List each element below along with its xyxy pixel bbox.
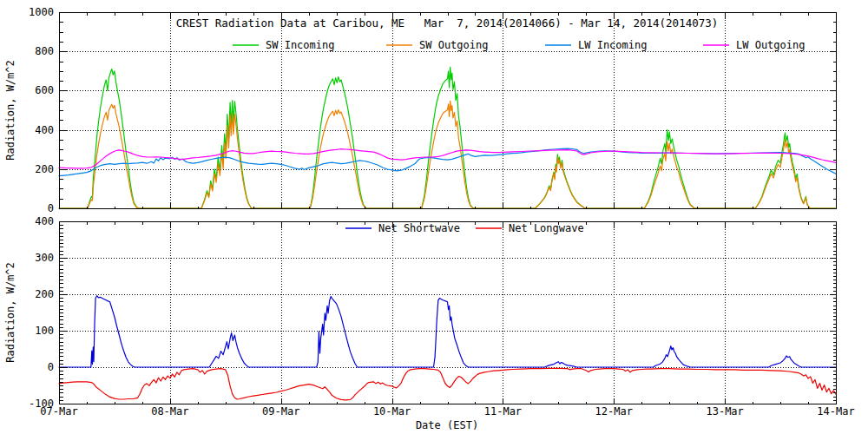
legend-top: SW Incoming SW Outgoing LW Incoming LW O…: [233, 39, 805, 51]
legend-label-net-longwave: Net Longwave: [509, 222, 584, 234]
x-tick-label: 10-Mar: [373, 405, 411, 418]
legend-bottom: Net Shortwave Net Longwave: [345, 222, 584, 234]
series-lw-outgoing: [59, 149, 836, 168]
legend-label-lw-outgoing: LW Outgoing: [736, 39, 805, 51]
chart-title: CREST Radiation Data at Caribou, ME Mar …: [176, 16, 719, 30]
x-axis-label: Date (EST): [416, 419, 478, 431]
y-tick-label: 800: [35, 45, 54, 57]
x-tick-label: 07-Mar: [40, 405, 77, 418]
legend-label-lw-incoming: LW Incoming: [578, 39, 647, 51]
series-sw-incoming: [59, 67, 836, 208]
y-tick-label: 100: [35, 325, 54, 337]
top-panel: 02004006008001000: [29, 6, 836, 214]
y-tick-labels: -1000100200300400: [29, 215, 54, 410]
legend-label-sw-outgoing: SW Outgoing: [419, 39, 488, 51]
x-tick-label: 09-Mar: [262, 405, 299, 418]
x-tick-label: 08-Mar: [151, 405, 188, 418]
y-tick-label: 200: [35, 163, 54, 175]
y-tick-label: 300: [35, 252, 54, 264]
bottom-y-axis-label: Radiation, W/m^2: [4, 262, 16, 363]
series-sw-outgoing: [59, 101, 836, 208]
y-tick-label: 1000: [29, 6, 54, 18]
panel-frame: [60, 222, 837, 404]
series-lw-incoming: [59, 148, 836, 176]
x-tick-label: 12-Mar: [595, 405, 633, 418]
y-tick-label: 600: [35, 84, 54, 96]
axes-frame: [60, 222, 837, 404]
y-tick-label: 200: [35, 288, 54, 300]
bottom-panel: -100010020030040007-Mar08-Mar09-Mar10-Ma…: [29, 215, 855, 418]
x-tick-label: 11-Mar: [484, 405, 522, 418]
legend-label-net-shortwave: Net Shortwave: [378, 222, 460, 234]
top-y-axis-label: Radiation, W/m^2: [4, 60, 16, 161]
x-tick-labels: 07-Mar08-Mar09-Mar10-Mar11-Mar12-Mar13-M…: [40, 405, 854, 418]
chart-canvas: CREST Radiation Data at Caribou, ME Mar …: [0, 0, 868, 434]
y-tick-labels: 02004006008001000: [29, 6, 54, 214]
x-tick-label: 14-Mar: [817, 405, 854, 418]
y-tick-label: 0: [48, 361, 54, 373]
x-tick-label: 13-Mar: [706, 405, 743, 418]
y-tick-label: 400: [35, 215, 54, 227]
radiation-figure: CREST Radiation Data at Caribou, ME Mar …: [0, 0, 868, 434]
y-tick-label: 400: [35, 124, 54, 136]
legend-label-sw-incoming: SW Incoming: [266, 39, 334, 51]
series-net-longwave: [59, 368, 836, 400]
y-tick-label: 0: [48, 202, 54, 214]
